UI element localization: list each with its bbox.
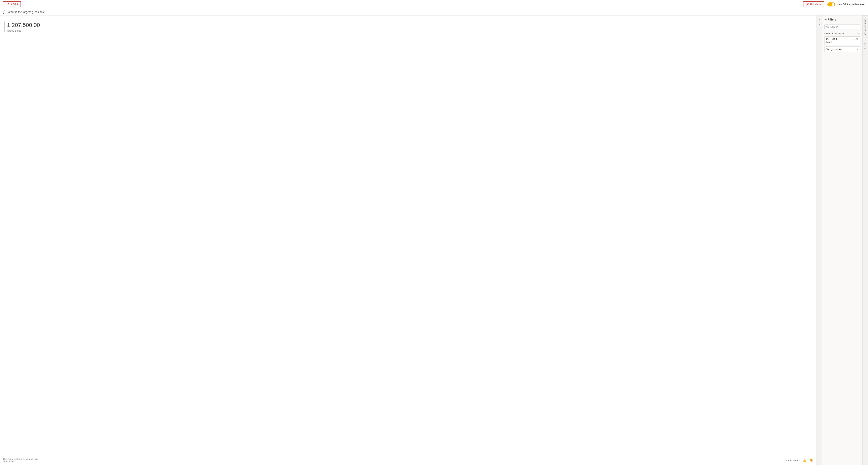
question-bar: 💬 [0,9,868,15]
main-area: 1,207,500.00 Gross Sales This visual is … [0,15,868,465]
pin-icon: 📌 [806,3,809,6]
toggle-label: New Q&A experience on [837,3,865,6]
tab-fields[interactable]: Fields [863,38,868,52]
more-options-button[interactable]: ··· [857,32,860,35]
filter-icon: ▿ [825,18,827,21]
filter-tag: Top gross sale × [824,46,860,52]
result-value: 1,207,500.00 [4,22,812,29]
search-icon: 🔍 [826,26,829,28]
filter-item-header: Gross Sales ⌄ ⌫ [826,38,859,41]
close-filter-tag-button[interactable]: × [857,48,859,51]
footer-line1: This visual is showing top gross sale [3,458,39,460]
side-tabs: Visualizations Fields [862,15,868,465]
collapse-left-button[interactable]: ‹ [818,18,820,22]
filter-clear-icon[interactable]: ⌫ [855,38,859,41]
search-input[interactable] [830,26,861,28]
filter-item-value: is (All) [826,41,859,43]
pin-visual-label: Pin visual [810,3,822,6]
toggle-area: New Q&A experience on [827,2,865,6]
filter-item-name: Gross Sales [826,38,839,41]
exit-qna-label: Exit Q&A [8,3,18,6]
filters-expand-button[interactable]: › [859,18,860,21]
thumbs-up-button[interactable]: 👍 [802,459,807,463]
footer-line2: Source: Test [3,460,39,463]
top-bar-left: ‹ Exit Q&A [3,1,21,7]
feedback-area: Is this useful? 👍 👎 [786,459,814,463]
filter-expand-icon[interactable]: ⌄ [853,38,855,41]
viz-footer: This visual is showing top gross sale So… [3,458,39,463]
filters-on-visual-label: Filters on this visual [824,32,844,35]
filters-on-visual-section: Filters on this visual ··· [822,31,862,36]
chevron-left-icon: ‹ [6,3,6,6]
filter-tag-label: Top gross sale [826,48,842,51]
viz-area: 1,207,500.00 Gross Sales This visual is … [0,15,816,465]
filters-panel: ▿ Filters › 🔍 Filters on this visual ···… [822,15,862,465]
exit-qna-button[interactable]: ‹ Exit Q&A [3,1,21,7]
thumbs-down-button[interactable]: 👎 [809,459,814,463]
collapse-arrows: ‹ › [816,15,822,465]
top-bar: ‹ Exit Q&A 📌 Pin visual New Q&A experien… [0,0,868,9]
filter-item-icons: ⌄ ⌫ [853,38,859,41]
tab-visualizations[interactable]: Visualizations [863,15,868,38]
collapse-right-button[interactable]: › [818,22,820,26]
top-bar-right: 📌 Pin visual New Q&A experience on [803,1,865,7]
gross-sales-filter-item[interactable]: Gross Sales ⌄ ⌫ is (All) [824,36,860,45]
new-qna-toggle[interactable] [827,2,835,6]
filters-title-label: Filters [828,18,836,21]
filters-title: ▿ Filters [825,18,836,21]
question-input[interactable] [8,10,865,14]
pin-visual-button[interactable]: 📌 Pin visual [803,1,824,7]
filters-header: ▿ Filters › [822,15,862,23]
feedback-label: Is this useful? [786,459,800,462]
question-icon: 💬 [3,10,6,14]
result-label: Gross Sales [4,29,812,32]
search-box: 🔍 [824,25,860,29]
